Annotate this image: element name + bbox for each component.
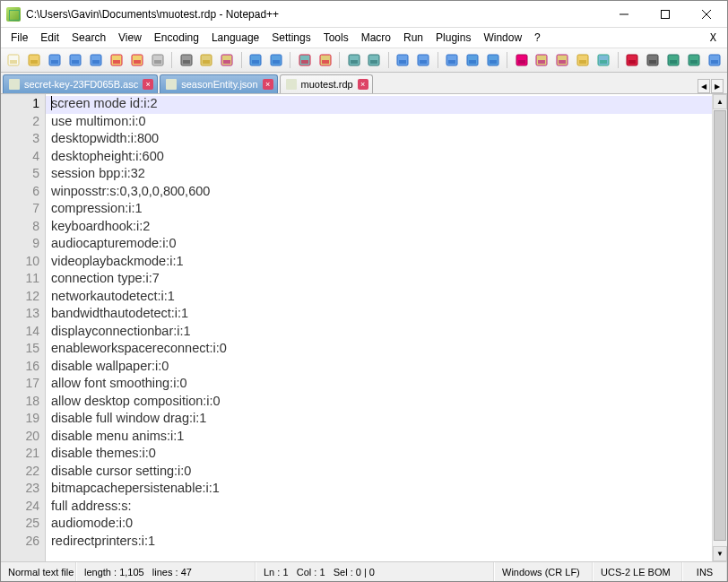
stop-macro-icon[interactable] <box>643 50 662 70</box>
tab-close-icon[interactable]: × <box>358 79 368 90</box>
menu-[interactable]: ? <box>528 30 547 46</box>
minimize-button[interactable] <box>603 1 645 27</box>
code-line[interactable]: allow font smoothing:i:0 <box>46 376 712 394</box>
code-line[interactable]: session bpp:i:32 <box>46 166 712 184</box>
menu-search[interactable]: Search <box>65 30 112 46</box>
menu-file[interactable]: File <box>4 30 34 46</box>
all-chars-icon[interactable] <box>463 50 481 70</box>
find-icon[interactable] <box>295 50 314 70</box>
scroll-down-button[interactable]: ▼ <box>713 546 727 561</box>
code-line[interactable]: desktopwidth:i:800 <box>46 131 712 149</box>
code-line[interactable]: desktopheight:i:600 <box>46 149 712 167</box>
tab-close-icon[interactable]: × <box>263 79 273 90</box>
status-encoding[interactable]: UCS-2 LE BOM <box>593 562 682 581</box>
close-all-icon[interactable] <box>127 50 146 70</box>
maximize-button[interactable] <box>645 1 686 27</box>
menu-edit[interactable]: Edit <box>34 30 65 46</box>
code-line[interactable]: networkautodetect:i:1 <box>46 289 712 307</box>
folder-workspace-icon[interactable] <box>574 50 593 70</box>
lang-udl-icon[interactable] <box>512 50 531 70</box>
copy-icon[interactable] <box>197 50 216 70</box>
line-number: 2 <box>1 114 45 132</box>
code-line[interactable]: allow desktop composition:i:0 <box>46 394 712 412</box>
cut-icon[interactable] <box>177 50 195 70</box>
code-line[interactable]: connection type:i:7 <box>46 271 712 289</box>
word-wrap-icon[interactable] <box>443 50 462 70</box>
play-macro-icon[interactable] <box>663 50 682 70</box>
code-line[interactable]: full address:s: <box>46 499 712 517</box>
undo-icon[interactable] <box>247 50 265 70</box>
close-file-icon[interactable] <box>107 50 126 70</box>
new-file-icon[interactable] <box>4 50 23 70</box>
vertical-scrollbar[interactable]: ▲ ▼ <box>712 94 727 561</box>
play-multi-icon[interactable] <box>684 50 703 70</box>
svg-rect-9 <box>51 60 58 64</box>
scroll-thumb[interactable] <box>714 110 726 541</box>
status-eol[interactable]: Windows (CR LF) <box>494 562 593 581</box>
status-insert-mode[interactable]: INS <box>682 562 727 581</box>
sync-hscroll-icon[interactable] <box>414 50 433 70</box>
menu-plugins[interactable]: Plugins <box>429 30 477 46</box>
code-area[interactable]: screen mode id:i:2use multimon:i:0deskto… <box>46 94 712 561</box>
code-line[interactable]: bandwidthautodetect:i:1 <box>46 306 712 324</box>
open-file-icon[interactable] <box>25 50 44 70</box>
save-macro-icon[interactable] <box>705 50 724 70</box>
func-list-icon[interactable] <box>553 50 572 70</box>
code-line[interactable]: winposstr:s:0,3,0,0,800,600 <box>46 184 712 202</box>
code-line[interactable]: enableworkspacereconnect:i:0 <box>46 341 712 359</box>
menu-run[interactable]: Run <box>397 30 429 46</box>
line-number: 7 <box>1 201 45 219</box>
code-line[interactable]: use multimon:i:0 <box>46 114 712 132</box>
zoom-in-icon[interactable] <box>344 50 363 70</box>
print-icon[interactable] <box>148 50 167 70</box>
code-line[interactable]: disable menu anims:i:1 <box>46 429 712 447</box>
menu-macro[interactable]: Macro <box>355 30 397 46</box>
paste-icon[interactable] <box>218 50 237 70</box>
svg-rect-63 <box>670 60 677 64</box>
save-icon[interactable] <box>46 50 65 70</box>
tab-secret-key-23fd065b-asc[interactable]: secret-key-23FD065B.asc× <box>3 74 158 93</box>
monitoring-icon[interactable] <box>594 50 613 70</box>
redo-icon[interactable] <box>267 50 286 70</box>
code-line[interactable]: compression:i:1 <box>46 201 712 219</box>
code-line[interactable]: audiocapturemode:i:0 <box>46 236 712 254</box>
menu-settings[interactable]: Settings <box>265 30 316 46</box>
indent-guide-icon[interactable] <box>483 50 502 70</box>
menu-tools[interactable]: Tools <box>317 30 355 46</box>
code-line[interactable]: keyboardhook:i:2 <box>46 219 712 237</box>
sync-vscroll-icon[interactable] <box>394 50 412 70</box>
close-button[interactable] <box>686 1 727 27</box>
svg-rect-41 <box>420 60 427 64</box>
file-icon <box>166 79 177 90</box>
scroll-up-button[interactable]: ▲ <box>713 94 727 109</box>
tab-scroll-right[interactable]: ▶ <box>711 79 724 93</box>
doc-map-icon[interactable] <box>533 50 551 70</box>
code-line[interactable]: screen mode id:i:2 <box>46 96 712 114</box>
line-number: 8 <box>1 219 45 237</box>
code-line[interactable]: disable full window drag:i:1 <box>46 411 712 429</box>
tab-muotest-rdp[interactable]: muotest.rdp× <box>280 74 373 93</box>
tab-seasonentity-json[interactable]: seasonEntity.json× <box>160 74 277 93</box>
code-line[interactable]: displayconnectionbar:i:1 <box>46 324 712 342</box>
copy-save-icon[interactable] <box>66 50 85 70</box>
code-line[interactable]: disable wallpaper:i:0 <box>46 359 712 377</box>
tab-close-icon[interactable]: × <box>143 79 153 90</box>
line-number: 9 <box>1 236 45 254</box>
record-macro-icon[interactable] <box>623 50 642 70</box>
menubar: FileEditSearchViewEncodingLanguageSettin… <box>1 28 727 48</box>
menu-window[interactable]: Window <box>477 30 528 46</box>
code-line[interactable]: videoplaybackmode:i:1 <box>46 254 712 272</box>
menu-encoding[interactable]: Encoding <box>148 30 205 46</box>
menu-language[interactable]: Language <box>205 30 265 46</box>
save-all-icon[interactable] <box>87 50 106 70</box>
code-line[interactable]: audiomode:i:0 <box>46 516 712 534</box>
menubar-close-doc[interactable]: X <box>703 30 724 46</box>
code-line[interactable]: bitmapcachepersistenable:i:1 <box>46 481 712 499</box>
code-line[interactable]: disable themes:i:0 <box>46 446 712 464</box>
zoom-out-icon[interactable] <box>365 50 384 70</box>
menu-view[interactable]: View <box>112 30 148 46</box>
code-line[interactable]: disable cursor setting:i:0 <box>46 464 712 482</box>
code-line[interactable]: redirectprinters:i:1 <box>46 534 712 552</box>
replace-icon[interactable] <box>316 50 334 70</box>
tab-scroll-left[interactable]: ◀ <box>698 79 710 93</box>
